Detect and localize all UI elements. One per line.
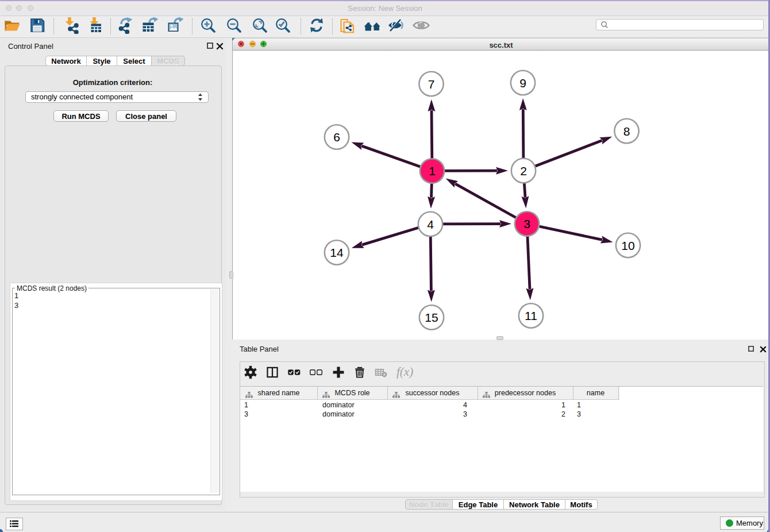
svg-text:3: 3 [523, 217, 530, 230]
svg-text:8: 8 [623, 125, 630, 138]
svg-text:1: 1 [429, 164, 436, 178]
svg-text:4: 4 [427, 218, 434, 231]
svg-text:6: 6 [333, 130, 340, 144]
svg-text:9: 9 [519, 76, 526, 90]
svg-text:2: 2 [520, 164, 527, 178]
svg-text:14: 14 [330, 246, 344, 259]
svg-text:7: 7 [428, 78, 435, 91]
svg-text:11: 11 [525, 309, 537, 322]
svg-text:10: 10 [621, 239, 634, 252]
svg-text:15: 15 [425, 311, 438, 324]
